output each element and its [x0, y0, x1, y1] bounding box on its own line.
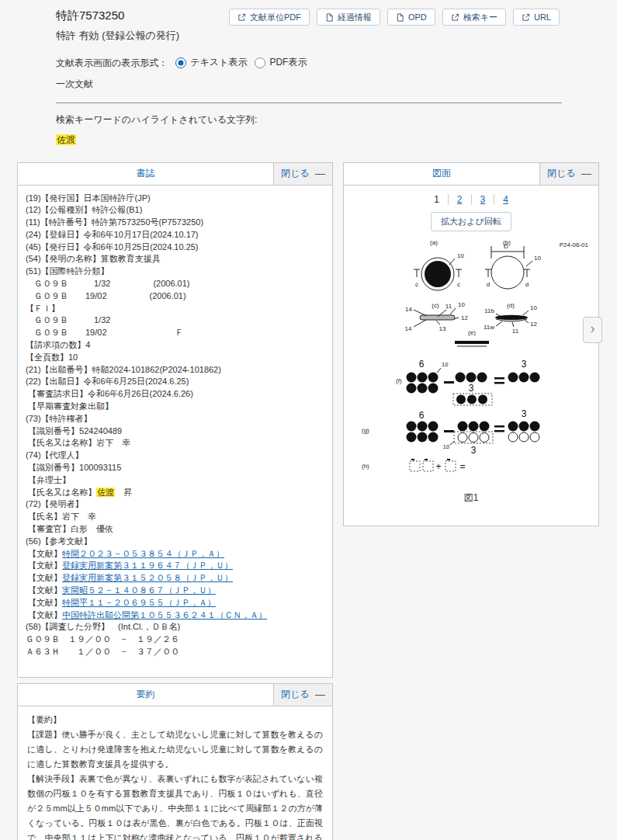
ref-11w: 11w — [484, 324, 494, 331]
count-3: 3 — [522, 359, 527, 370]
bib-text: 【早期審査対象出願】 — [26, 401, 113, 411]
bibliography-panel-title: 書誌 — [18, 163, 273, 185]
close-button[interactable]: 閉じる — [281, 688, 310, 701]
fig-sublabel-a: (a) — [430, 239, 438, 246]
minimize-icon[interactable]: — — [315, 689, 325, 699]
radio-pdf-display[interactable]: PDF表示 — [255, 56, 307, 69]
radio-icon[interactable] — [255, 57, 265, 68]
cited-document-link[interactable]: 特開平１１－２０６９５５（ＪＰ，Ａ） — [62, 598, 216, 607]
bib-line: (22)【出願日】令和6年6月25日(2024.6.25) — [26, 376, 324, 388]
bib-line: Ｇ０９Ｂ １９／００ － １９／２６ — [26, 633, 324, 646]
fig-sublabel-g: (g) — [362, 427, 369, 434]
figure-page-2[interactable]: 2 — [457, 194, 463, 205]
display-format-row: 文献表示画面の表示形式： テキスト表示PDF表示 — [56, 56, 617, 71]
cited-document-link[interactable]: 登録実用新案第３１１９６４７（ＪＰ，Ｕ） — [62, 561, 233, 570]
figure-page-item: 2 — [448, 194, 471, 205]
abstract-panel: 要約 閉じる — 【要約】【課題】使い勝手が良く、主として幼児ないし児童に対して… — [17, 683, 333, 840]
bib-line: Ａ６３Ｈ １／００ － ３７／００ — [26, 646, 324, 658]
title-block: 特許7573250 特許 有効 (登録公報の発行) — [56, 9, 179, 43]
bib-text: Ｇ０９Ｂ 1/32 — [26, 315, 110, 325]
external-link-icon — [237, 13, 246, 22]
ref-10: 10 — [442, 361, 448, 368]
cited-document-link[interactable]: 中国特許出願公開第１０５５３６２４１（ＣＮ，Ａ） — [62, 610, 267, 620]
bib-text: (19)【発行国】日本国特許庁(JP) — [26, 193, 151, 203]
drawings-panel-title: 図面 — [344, 163, 539, 185]
figure-page-3[interactable]: 3 — [480, 194, 486, 205]
page-header: 特許7573250 特許 有効 (登録公報の発行) 文献単位PDF経過情報OPD… — [0, 0, 617, 43]
next-figure-button[interactable]: › — [583, 317, 602, 343]
count-6: 6 — [419, 359, 425, 370]
bib-line: Ｇ０９Ｂ 19/02 Ｆ — [26, 327, 324, 339]
bib-line: (24)【登録日】令和6年10月17日(2024.10.17) — [26, 229, 324, 241]
toolbar-button-label: OPD — [408, 12, 427, 22]
bib-text: (73)【特許権者】 — [26, 414, 92, 423]
bibliography-panel-header: 書誌 閉じる — — [18, 163, 332, 186]
bib-text: (21)【出願番号】特願2024-101862(P2024-101862) — [26, 365, 221, 374]
toolbar-button-label: 経過情報 — [338, 12, 372, 23]
bibliography-panel-controls: 閉じる — — [273, 163, 332, 185]
bib-text: (51)【国際特許分類】 — [26, 266, 109, 276]
count-3: 3 — [522, 408, 527, 419]
bib-line: (19)【発行国】日本国特許庁(JP) — [26, 193, 324, 205]
minimize-icon[interactable]: — — [315, 168, 325, 179]
toolbar-button-label: URL — [534, 12, 551, 22]
cited-document-link[interactable]: 特開２０２３－０５３８５４（ＪＰ，Ａ） — [62, 549, 224, 558]
bib-line: 【氏名又は名称】佐渡 昇 — [26, 487, 324, 499]
bib-line: 【文献】登録実用新案第３１５２０５８（ＪＰ，Ｕ） — [26, 572, 324, 585]
url-button[interactable]: URL — [513, 9, 560, 26]
bib-line: 【文献】特開２０２３－０５３８５４（ＪＰ，Ａ） — [26, 548, 324, 561]
ref-12: 12 — [461, 314, 468, 321]
document-pdf-button[interactable]: 文献単位PDF — [229, 9, 310, 26]
radio-icon[interactable] — [175, 57, 186, 68]
bib-line: 【早期審査対象出願】 — [26, 401, 324, 413]
ref-10: 10 — [458, 301, 465, 308]
bib-text: 【氏名又は名称】 — [26, 488, 96, 497]
zoom-rotate-button[interactable]: 拡大および回転 — [431, 212, 511, 231]
bib-line: Ｇ０９Ｂ 19/02 (2006.01) — [26, 290, 324, 303]
progress-info-button[interactable]: 経過情報 — [317, 9, 380, 26]
bib-text: 【文献】 — [26, 585, 62, 595]
search-key-button[interactable]: 検索キー — [442, 9, 506, 26]
figure-pagination: 1234 — [344, 194, 598, 205]
fig-sublabel-f: (f) — [396, 377, 402, 384]
radio-label: テキスト表示 — [190, 56, 247, 69]
cited-document-link[interactable]: 実開昭５２－１４０８６７（ＪＰ，Ｕ） — [62, 585, 216, 595]
toolbar-button-label: 検索キー — [463, 12, 497, 23]
figure-page-item: 1 — [425, 194, 448, 205]
figure-page-item: 4 — [494, 194, 517, 205]
bib-line: (11)【特許番号】特許第7573250号(P7573250) — [26, 217, 324, 229]
bib-text: (56)【参考文献】 — [26, 536, 92, 546]
primary-doc-label: 一次文献 — [56, 78, 617, 91]
external-link-icon — [522, 13, 530, 22]
close-button[interactable]: 閉じる — [547, 167, 576, 180]
bib-line: (73)【特許権者】 — [26, 413, 324, 425]
radio-label: PDF表示 — [269, 56, 307, 69]
document-icon — [396, 13, 404, 22]
bib-line: (21)【出願番号】特願2024-101862(P2024-101862) — [26, 364, 324, 377]
abstract-body: 【要約】【課題】使い勝手が良く、主として幼児ないし児童に対して算数を教えるのに適… — [18, 706, 332, 840]
bib-text: 【識別番号】100093115 — [26, 463, 121, 472]
header-divider — [56, 102, 562, 103]
patent-status-subtitle: 特許 有効 (登録公報の発行) — [56, 29, 179, 43]
abstract-panel-header: 要約 閉じる — — [18, 684, 332, 706]
display-format-label: 文献表示画面の表示形式： — [56, 57, 168, 70]
bib-text: 昇 — [115, 488, 132, 497]
ref-11b: 11b — [484, 307, 494, 314]
fig-doc-code: P24-06-01 — [560, 241, 589, 248]
highlighted-keyword: 佐渡 — [56, 134, 76, 145]
external-link-icon — [451, 13, 459, 22]
radio-text-display[interactable]: テキスト表示 — [175, 56, 247, 69]
figure-page-4[interactable]: 4 — [503, 194, 508, 205]
bib-line: (12)【公報種別】特許公報(B1) — [26, 204, 324, 217]
bib-line: (51)【国際特許分類】 — [26, 266, 324, 278]
chevron-right-icon: › — [591, 321, 595, 337]
bib-line: (72)【発明者】 — [26, 498, 324, 511]
bib-text: (12)【公報種別】特許公報(B1) — [26, 205, 142, 214]
cited-document-link[interactable]: 登録実用新案第３１５２０５８（ＪＰ，Ｕ） — [62, 573, 233, 582]
bib-text: (58)【調査した分野】 (Int.Cl.，ＤＢ名) — [26, 622, 180, 631]
close-button[interactable]: 閉じる — [281, 167, 310, 180]
minimize-icon[interactable]: — — [581, 168, 591, 179]
figure-caption: 図1 — [344, 491, 598, 505]
patent-figure-drawing: (a) (b) P24-06-01 10 c c D — [352, 237, 591, 476]
opd-button[interactable]: OPD — [387, 9, 435, 26]
